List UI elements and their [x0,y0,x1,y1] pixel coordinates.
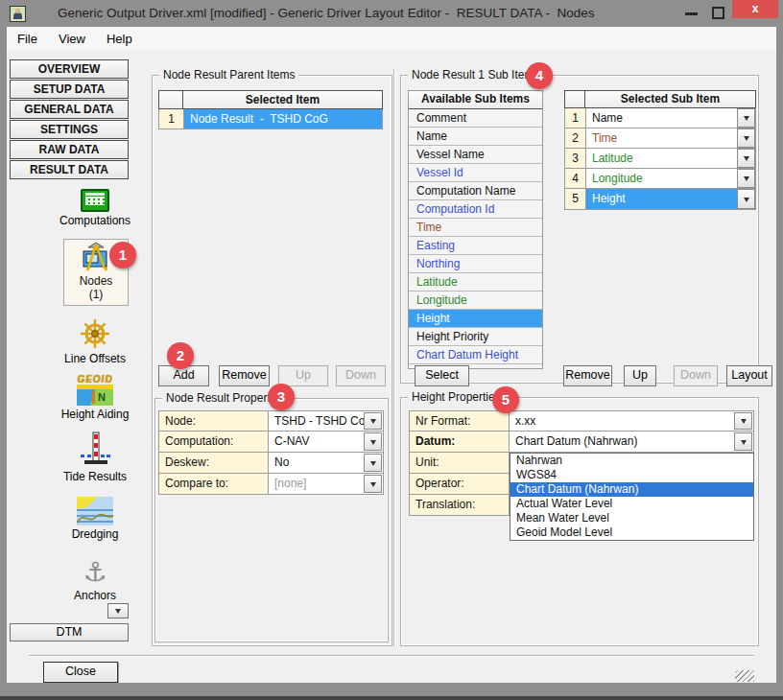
chevron-down-icon[interactable] [364,412,382,430]
sidebar-section-setup-data[interactable]: SETUP DATA [10,80,129,99]
sidebar-item-anchors[interactable]: ⚓ Anchors [38,558,152,602]
geoid-icon: GEOID [38,374,152,385]
dropdown-option[interactable]: WGS84 [510,468,753,482]
sub-item-value[interactable]: Time [586,128,737,148]
list-item[interactable]: Time [409,219,542,237]
row-number: 4 [565,169,586,188]
sidebar-section-raw-data[interactable]: RAW DATA [10,140,129,159]
datum-select[interactable]: Chart Datum (Nahrwan) [510,432,754,453]
list-item-selected[interactable]: Height [409,310,542,328]
down-sub-button[interactable]: Down [674,365,718,386]
select-button[interactable]: Select [415,365,469,386]
sidebar-item-dredging[interactable]: Dredging [38,497,152,541]
down-parent-button[interactable]: Down [336,365,386,386]
remove-sub-button[interactable]: Remove [563,365,612,386]
close-window-button[interactable]: x [732,0,778,18]
list-item[interactable]: Easting [409,237,542,255]
calculator-icon [38,189,152,212]
sub-item-value[interactable]: Height [586,189,737,209]
list-item[interactable]: Height Priority [409,328,542,346]
node-properties-grid: Node: TSHD - TSHD CoG Computation: C-NAV… [158,410,384,495]
chevron-down-icon[interactable] [364,432,382,451]
window-title: Generic Output Driver.xml [modified] - G… [58,0,594,27]
list-item[interactable]: Vessel Name [409,146,542,164]
annotation-2: 2 [167,342,194,369]
list-item[interactable]: Name [409,128,542,146]
list-item[interactable]: Latitude [409,273,542,292]
nr-format-select[interactable]: x.xx [510,410,754,432]
svg-text:N: N [98,391,106,403]
node-label: Node: [158,410,269,432]
unit-label: Unit: [409,453,510,474]
property-row: Computation: C-NAV [158,432,384,453]
minimize-button[interactable] [685,12,698,15]
chevron-down-icon[interactable] [734,432,752,451]
table-row[interactable]: 1 Name [565,108,755,128]
sidebar-item-computations[interactable]: Computations [38,189,152,227]
table-row-selected[interactable]: 5 Height [565,189,755,209]
list-item[interactable]: Comment [409,109,542,128]
dropdown-option[interactable]: Nahrwan [510,454,753,468]
sidebar-scroll-down-button[interactable] [107,603,129,618]
up-parent-button[interactable]: Up [278,365,328,386]
maximize-button[interactable] [712,7,724,19]
node-select[interactable]: TSHD - TSHD CoG [269,410,384,432]
table-row[interactable]: 1 Node Result - TSHD CoG [158,109,383,129]
up-sub-button[interactable]: Up [624,365,656,386]
parent-item-value[interactable]: Node Result - TSHD CoG [184,109,382,128]
layout-button[interactable]: Layout [726,365,772,386]
sidebar-section-overview[interactable]: OVERVIEW [10,59,129,79]
sub-item-value[interactable]: Longitude [586,169,737,188]
table-row[interactable]: 3 Latitude [565,149,755,169]
sidebar-item-height-aiding[interactable]: GEOID N Height Aiding [38,374,152,421]
sidebar-section-general-data[interactable]: GENERAL DATA [10,100,129,119]
chevron-down-icon[interactable] [737,149,755,168]
ship-wheel-icon [38,317,152,350]
resize-grip[interactable] [735,670,754,682]
list-item[interactable]: Computation Name [409,182,542,200]
property-row: Nr Format: x.xx [409,410,754,432]
list-item[interactable]: Vessel Id [409,164,542,182]
list-item[interactable]: Longitude [409,292,542,310]
sidebar-item-tide-results[interactable]: Tide Results [38,432,152,483]
sidebar-section-settings[interactable]: SETTINGS [10,120,129,139]
computation-label: Computation: [158,432,269,453]
computation-select[interactable]: C-NAV [269,432,384,453]
menu-help[interactable]: Help [96,32,143,46]
annotation-1: 1 [109,242,136,268]
list-item[interactable]: Northing [409,255,542,273]
dropdown-option-selected[interactable]: Chart Datum (Nahrwan) [510,482,753,497]
sidebar-section-result-data[interactable]: RESULT DATA [10,160,129,179]
deskew-label: Deskew: [158,453,269,474]
sub-item-value[interactable]: Name [586,108,737,128]
chevron-down-icon[interactable] [737,169,755,188]
parent-items-table: Selected Item 1 Node Result - TSHD CoG [158,90,383,129]
dropdown-option[interactable]: Geoid Model Level [510,525,753,540]
chevron-down-icon[interactable] [364,454,382,472]
table-row[interactable]: 4 Longitude [565,169,755,189]
sidebar-item-label: Dredging [38,527,152,541]
list-item[interactable]: Chart Datum Height [409,346,542,364]
sidebar-item-line-offsets[interactable]: Line Offsets [38,317,152,365]
dropdown-option[interactable]: Mean Water Level [510,511,753,525]
chevron-down-icon[interactable] [737,128,755,148]
row-number: 5 [565,189,586,209]
chevron-down-icon[interactable] [737,108,755,128]
sidebar-section-dtm[interactable]: DTM [10,623,129,642]
sub-items-group-title: Node Result 1 Sub Items [408,68,543,82]
chevron-down-icon[interactable] [737,189,755,209]
compare-to-select[interactable]: [none] [269,474,384,495]
table-row[interactable]: 2 Time [565,128,755,149]
remove-parent-button[interactable]: Remove [219,365,270,386]
menu-view[interactable]: View [48,32,96,46]
chevron-down-icon[interactable] [734,412,752,430]
dropdown-option[interactable]: Actual Water Level [510,497,753,511]
chevron-down-icon[interactable] [364,475,382,493]
menu-file[interactable]: File [7,32,48,46]
list-item[interactable]: Computation Id [409,200,542,219]
compare-to-label: Compare to: [158,474,269,495]
deskew-select[interactable]: No [269,453,384,474]
sub-item-value[interactable]: Latitude [586,149,737,168]
close-button[interactable]: Close [43,662,118,683]
annotation-3: 3 [268,384,295,410]
